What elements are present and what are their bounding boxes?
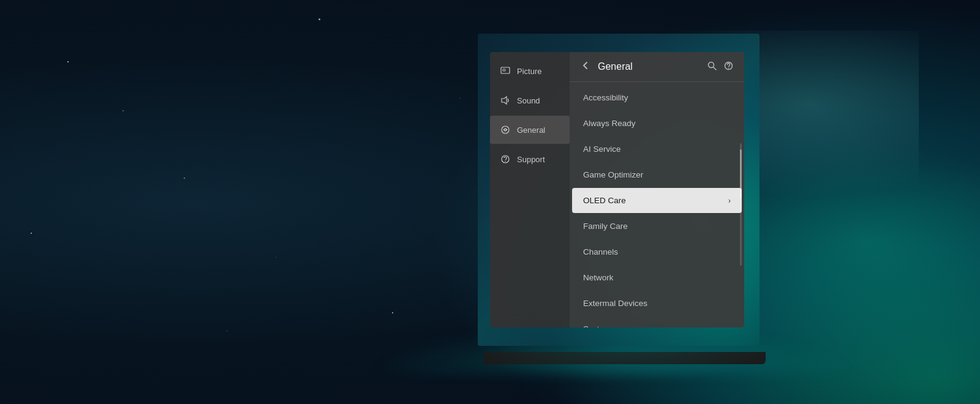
main-panel: General	[570, 52, 744, 327]
menu-item-accessibility[interactable]: Accessibility	[572, 85, 742, 110]
menu-overlay: Picture Sound	[490, 52, 744, 327]
svg-point-6	[505, 161, 506, 162]
menu-label-oled-care: OLED Care	[583, 196, 626, 205]
menu-label-accessibility: Accessibility	[583, 93, 628, 102]
sidebar-label-support: Support	[517, 155, 545, 164]
back-button[interactable]	[581, 61, 590, 73]
panel-header: General	[570, 52, 744, 82]
menu-label-network: Network	[583, 273, 614, 282]
header-icons	[707, 61, 733, 72]
chevron-right-icon: ›	[728, 196, 731, 205]
sidebar-label-picture: Picture	[517, 67, 541, 76]
svg-point-4	[505, 129, 507, 131]
general-icon	[500, 124, 511, 135]
menu-label-family-care: Family Care	[583, 222, 628, 231]
svg-rect-1	[503, 69, 505, 71]
sidebar-item-support[interactable]: Support	[490, 145, 570, 173]
help-icon[interactable]	[724, 61, 733, 72]
panel-title: General	[598, 61, 633, 72]
header-left: General	[581, 61, 633, 73]
menu-label-system: System	[583, 324, 611, 327]
menu-item-system[interactable]: System	[572, 316, 742, 327]
picture-icon	[500, 65, 511, 77]
sidebar-item-picture[interactable]: Picture	[490, 57, 570, 85]
menu-item-oled-care[interactable]: OLED Care ›	[572, 188, 742, 213]
menu-list: Accessibility Always Ready AI Service Ga…	[570, 82, 744, 327]
sidebar-item-sound[interactable]: Sound	[490, 86, 570, 114]
menu-label-external-devices: Extermal Devices	[583, 299, 647, 308]
menu-item-always-ready[interactable]: Always Ready	[572, 111, 742, 136]
svg-point-7	[709, 62, 714, 68]
sidebar-item-general[interactable]: General	[490, 116, 570, 144]
background: Picture Sound	[0, 0, 980, 404]
sidebar: Picture Sound	[490, 52, 570, 327]
support-icon	[500, 154, 511, 165]
sidebar-label-sound: Sound	[517, 96, 540, 105]
tv-screen: Picture Sound	[478, 34, 760, 346]
scrollbar-track[interactable]	[740, 143, 742, 266]
menu-item-game-optimizer[interactable]: Game Optimizer	[572, 162, 742, 187]
svg-point-10	[728, 67, 729, 69]
menu-item-channels[interactable]: Channels	[572, 239, 742, 264]
menu-label-game-optimizer: Game Optimizer	[583, 170, 643, 179]
sound-icon	[500, 95, 511, 106]
menu-label-channels: Channels	[583, 247, 618, 256]
tv-container: Picture Sound	[478, 34, 772, 364]
menu-item-external-devices[interactable]: Extermal Devices	[572, 291, 742, 316]
menu-item-family-care[interactable]: Family Care	[572, 214, 742, 239]
menu-label-always-ready: Always Ready	[583, 119, 636, 128]
svg-point-3	[502, 126, 509, 133]
svg-line-8	[714, 67, 716, 70]
menu-label-ai-service: AI Service	[583, 144, 621, 154]
menu-item-network[interactable]: Network	[572, 265, 742, 290]
tv-reflection	[466, 346, 784, 383]
svg-marker-2	[502, 97, 507, 104]
sidebar-label-general: General	[517, 125, 545, 135]
menu-item-ai-service[interactable]: AI Service	[572, 137, 742, 162]
scrollbar-thumb[interactable]	[740, 149, 742, 198]
search-icon[interactable]	[707, 61, 717, 72]
